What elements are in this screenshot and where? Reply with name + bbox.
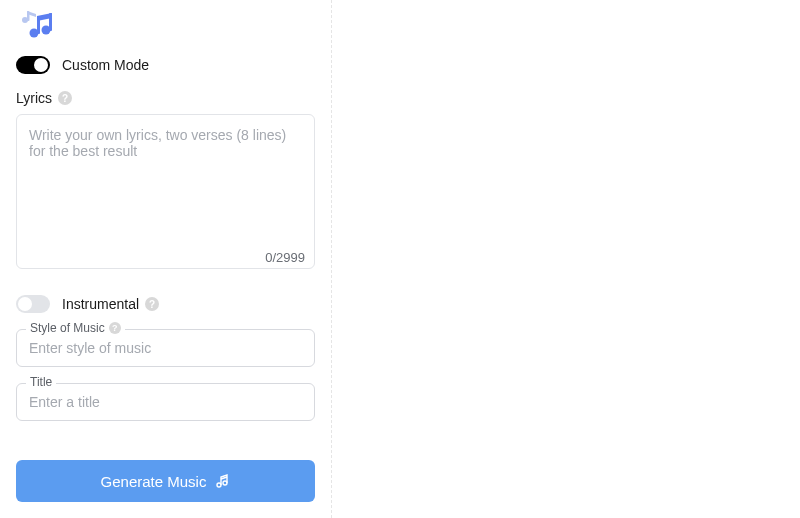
- generate-button[interactable]: Generate Music: [16, 460, 315, 502]
- music-note-icon: [214, 473, 230, 489]
- instrumental-label: Instrumental: [62, 296, 139, 312]
- custom-mode-toggle[interactable]: [16, 56, 50, 74]
- instrumental-toggle[interactable]: [16, 295, 50, 313]
- lyrics-label: Lyrics: [16, 90, 52, 106]
- custom-mode-label: Custom Mode: [62, 57, 149, 73]
- music-logo: [16, 10, 56, 38]
- help-icon[interactable]: ?: [58, 91, 72, 105]
- lyrics-textarea[interactable]: [16, 114, 315, 269]
- help-icon[interactable]: ?: [109, 322, 121, 334]
- style-label: Style of Music: [30, 321, 105, 335]
- title-label: Title: [30, 375, 52, 389]
- generate-label: Generate Music: [101, 473, 207, 490]
- help-icon[interactable]: ?: [145, 297, 159, 311]
- title-input[interactable]: [16, 383, 315, 421]
